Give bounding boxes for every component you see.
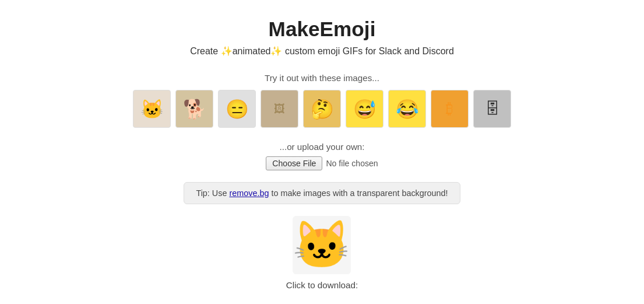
- sample-images-row: 🐱 🐕 😑 🖼 🤔 😅 😂 ₿ 🗄: [133, 90, 511, 128]
- sample-image-troll[interactable]: 😑: [218, 90, 256, 128]
- remove-bg-link[interactable]: remove.bg: [229, 188, 269, 198]
- sample-image-bitcoin[interactable]: ₿: [431, 90, 469, 128]
- sample-image-laughing-cry[interactable]: 😂: [388, 90, 426, 128]
- subtitle-animated-text: animated: [233, 46, 271, 56]
- preview-section: 🐱 Click to download:: [286, 216, 358, 290]
- subtitle-text-prefix: Create: [190, 46, 220, 56]
- tip-box: Tip: Use remove.bg to make images with a…: [184, 182, 460, 204]
- sample-image-sweat-smile[interactable]: 😅: [346, 90, 383, 128]
- upload-section: ...or upload your own: Choose File No fi…: [266, 142, 378, 170]
- try-it-label: Try it out with these images...: [265, 73, 379, 83]
- click-to-download-label: Click to download:: [286, 280, 358, 290]
- sample-image-doge[interactable]: 🐕: [175, 90, 213, 128]
- tip-suffix-text: to make images with a transparent backgr…: [269, 188, 448, 198]
- tip-prefix-text: Tip: Use: [196, 188, 229, 198]
- choose-file-button[interactable]: Choose File: [266, 156, 322, 170]
- preview-image[interactable]: 🐱: [293, 216, 351, 274]
- no-file-chosen-text: No file chosen: [326, 159, 378, 168]
- sample-image-mona-lisa[interactable]: 🖼: [261, 90, 298, 128]
- sample-image-database[interactable]: 🗄: [473, 90, 511, 128]
- sample-image-cat[interactable]: 🐱: [133, 90, 171, 128]
- subtitle: Create ✨animated✨ custom emoji GIFs for …: [190, 46, 454, 57]
- sparkle-icon-right: ✨: [270, 46, 282, 56]
- file-input-wrapper: Choose File No file chosen: [266, 156, 378, 170]
- page-title: MakeEmoji: [269, 18, 376, 41]
- subtitle-text-suffix: custom emoji GIFs for Slack and Discord: [282, 46, 453, 56]
- preview-cat-emoji: 🐱: [293, 222, 351, 268]
- sparkle-icon-left: ✨: [221, 46, 233, 56]
- sample-image-sneaky[interactable]: 🤔: [303, 90, 341, 128]
- upload-label: ...or upload your own:: [279, 142, 364, 152]
